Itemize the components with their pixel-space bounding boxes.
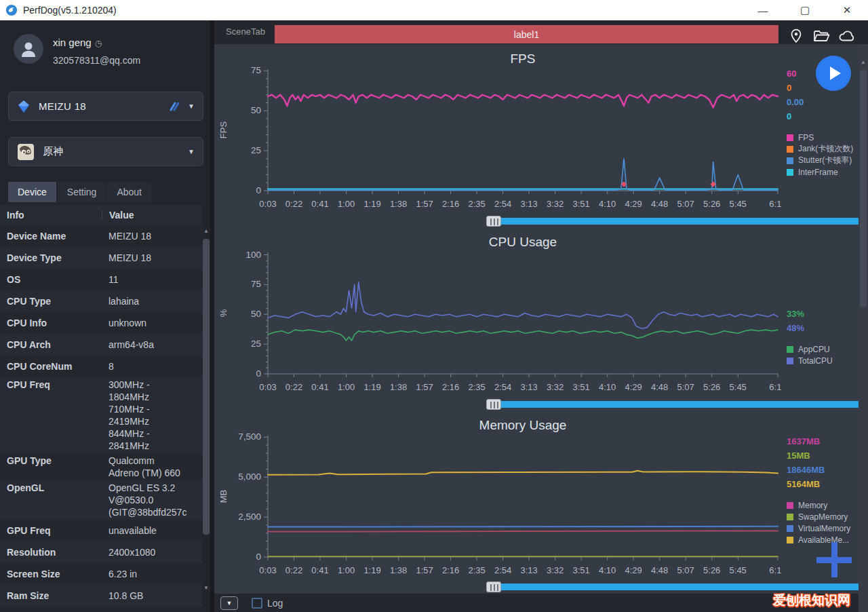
svg-text:5:26: 5:26: [703, 382, 720, 392]
legend-label: Memory: [798, 501, 827, 510]
row-label: Device Name: [0, 230, 102, 242]
cpu-right-column: 33%48% AppCPUTotalCPU: [787, 307, 867, 366]
svg-text:5:45: 5:45: [730, 199, 747, 209]
current-value: 33%: [787, 307, 867, 321]
legend-item[interactable]: Stutter(卡顿率): [787, 155, 867, 166]
cpu-chart-block: CPU Usage%02550751000:030:220:411:001:19…: [214, 232, 868, 399]
table-row: CPU Typelahaina: [0, 290, 202, 312]
row-label: CPU Type: [0, 295, 102, 307]
svg-text:3:51: 3:51: [572, 565, 589, 575]
scene-label-bar[interactable]: label1: [275, 25, 778, 43]
slider-handle-left[interactable]: [486, 399, 501, 410]
tab-setting[interactable]: Setting: [58, 182, 106, 202]
memory-right-column: 1637MB15MB18646MB5164MB MemorySwapMemory…: [787, 434, 867, 546]
legend-swatch: [787, 514, 793, 520]
cloud-icon[interactable]: [838, 28, 856, 44]
location-icon[interactable]: [788, 28, 804, 44]
legend-label: Jank(卡顿次数): [798, 143, 853, 155]
app-title: PerfDog(v5.1.210204): [23, 5, 117, 16]
svg-text:3:32: 3:32: [547, 565, 564, 575]
row-label: CPU Freq: [0, 379, 102, 452]
maximize-button[interactable]: ▢: [784, 0, 826, 20]
tab-device[interactable]: Device: [8, 182, 56, 202]
device-select-label: MEIZU 18: [39, 100, 167, 112]
table-row: Device TypeMEIZU 18: [0, 247, 202, 269]
memory-time-range-slider[interactable]: [488, 581, 868, 592]
legend-item[interactable]: FPS: [787, 132, 867, 143]
tab-about[interactable]: About: [107, 182, 151, 202]
vertical-scrollbar[interactable]: ▲: [859, 44, 868, 612]
collapse-dropdown-button[interactable]: ▼: [220, 596, 238, 610]
memory-chart-block: Memory UsageMB02,5005,0007,5000:030:220:…: [214, 415, 868, 582]
current-value: 5164MB: [787, 477, 867, 491]
svg-text:2:16: 2:16: [442, 382, 459, 392]
svg-text:1:38: 1:38: [390, 199, 407, 209]
legend-item[interactable]: SwapMemory: [787, 511, 867, 522]
cpu-time-range-slider[interactable]: [488, 399, 868, 410]
current-value: 0.00: [787, 95, 867, 109]
svg-text:0:41: 0:41: [311, 199, 328, 209]
sidebar-scrollbar[interactable]: [203, 239, 210, 535]
scroll-down-icon[interactable]: ▼: [203, 585, 209, 591]
scene-tab-label[interactable]: SceneTab: [218, 26, 273, 37]
svg-text:4:48: 4:48: [651, 382, 668, 392]
close-button[interactable]: ✕: [826, 0, 868, 20]
current-value: 1637MB: [787, 434, 867, 448]
slider-handle-left[interactable]: [486, 581, 501, 592]
svg-text:4:29: 4:29: [625, 199, 642, 209]
folder-icon[interactable]: [812, 28, 830, 44]
legend-swatch: [787, 525, 793, 532]
minimize-button[interactable]: —: [742, 0, 784, 20]
row-value: arm64-v8a: [102, 339, 202, 351]
legend-item[interactable]: TotalCPU: [787, 355, 867, 366]
row-value: unknown: [102, 317, 202, 329]
svg-text:3:32: 3:32: [547, 199, 564, 209]
svg-text:1:19: 1:19: [363, 199, 380, 209]
svg-text:MB: MB: [218, 490, 229, 503]
chevron-down-icon: ▼: [188, 102, 195, 110]
fps-time-range-slider[interactable]: [488, 216, 868, 227]
table-row: LMK Threshold316MB: [0, 607, 202, 612]
bottom-bar: ▼ Log: [214, 594, 859, 612]
svg-text:0:03: 0:03: [259, 382, 276, 392]
slider-track[interactable]: [488, 401, 868, 408]
cpu-chart: CPU Usage%02550751000:030:220:411:001:19…: [214, 232, 781, 399]
legend-item[interactable]: Memory: [787, 499, 867, 511]
scroll-up-icon[interactable]: ▲: [861, 59, 866, 65]
legend-item[interactable]: InterFrame: [787, 166, 867, 178]
row-value: OpenGL ES 3.2 V@0530.0 (GIT@38bdfd257c: [102, 482, 202, 518]
memory-chart: Memory UsageMB02,5005,0007,5000:030:220:…: [214, 415, 781, 582]
table-row: CPU CoreNum8: [0, 356, 202, 377]
svg-text:25: 25: [251, 339, 261, 349]
svg-text:FPS: FPS: [511, 52, 536, 66]
row-value: 11: [102, 273, 202, 286]
scroll-up-icon[interactable]: ▲: [203, 228, 209, 234]
legend-item[interactable]: VirtualMemory: [787, 522, 867, 534]
svg-text:75: 75: [251, 279, 261, 289]
row-value: Qualcomm Adreno (TM) 660: [102, 455, 202, 479]
log-label: Log: [267, 598, 283, 609]
svg-text:Memory Usage: Memory Usage: [479, 418, 567, 432]
legend-swatch: [787, 146, 793, 153]
svg-text:CPU Usage: CPU Usage: [489, 235, 557, 249]
add-chart-icon[interactable]: [816, 542, 852, 577]
device-select[interactable]: MEIZU 18 ▼: [8, 92, 203, 121]
legend-item[interactable]: AppCPU: [787, 343, 867, 355]
svg-text:2:54: 2:54: [494, 199, 511, 209]
scrollbar-thumb[interactable]: [860, 70, 867, 307]
play-button[interactable]: [816, 56, 851, 91]
log-checkbox[interactable]: [252, 598, 262, 609]
legend-swatch: [787, 502, 793, 509]
header-value: Value: [102, 210, 134, 221]
slider-handle-left[interactable]: [486, 216, 501, 227]
slider-track[interactable]: [488, 218, 868, 225]
row-label: Screen Size: [0, 568, 102, 580]
legend-item[interactable]: Jank(卡顿次数): [787, 143, 867, 155]
svg-text:2:16: 2:16: [442, 565, 459, 575]
memory-current-values: 1637MB15MB18646MB5164MB: [787, 434, 867, 491]
slider-track[interactable]: [488, 584, 868, 590]
svg-text:3:32: 3:32: [547, 382, 564, 392]
row-value: MEIZU 18: [102, 252, 202, 264]
svg-text:1:38: 1:38: [390, 382, 407, 392]
app-select[interactable]: 原神 ▼: [8, 137, 203, 166]
